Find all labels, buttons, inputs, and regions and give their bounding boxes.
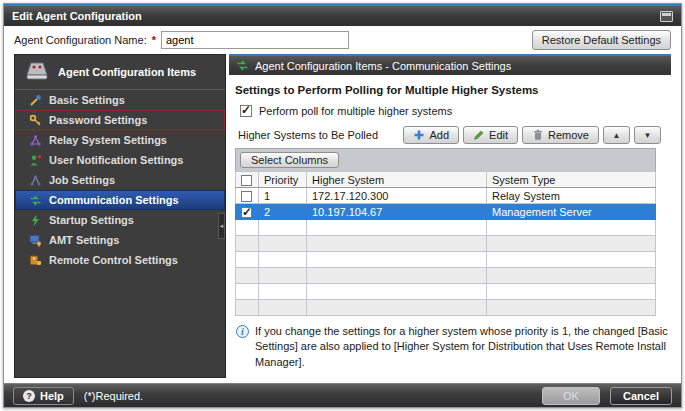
empty-table-row bbox=[236, 220, 656, 236]
system-type-cell: Management Server bbox=[487, 204, 656, 220]
settings-panel: Agent Configuration Items - Communicatio… bbox=[229, 54, 671, 378]
sidebar-item-label: Remote Control Settings bbox=[49, 254, 178, 266]
edit-agent-configuration-dialog: Edit Agent Configuration Agent Configura… bbox=[3, 3, 682, 408]
sidebar-item-communication-settings[interactable]: Communication Settings bbox=[15, 190, 225, 210]
sidebar: Agent Configuration Items Basic Settings… bbox=[14, 54, 226, 378]
edit-button[interactable]: Edit bbox=[463, 126, 518, 144]
add-button[interactable]: Add bbox=[403, 126, 459, 144]
remote-control-settings-icon bbox=[29, 254, 42, 267]
startup-settings-icon bbox=[29, 214, 42, 227]
sidebar-item-job-settings[interactable]: Job Settings bbox=[15, 170, 225, 190]
add-button-label: Add bbox=[429, 129, 449, 141]
sidebar-item-label: Relay System Settings bbox=[49, 134, 167, 146]
sidebar-header-label: Agent Configuration Items bbox=[58, 66, 196, 78]
restore-window-icon[interactable] bbox=[660, 11, 673, 22]
sidebar-item-label: Communication Settings bbox=[49, 194, 179, 206]
pencil-icon bbox=[473, 129, 485, 141]
select-all-checkbox[interactable] bbox=[241, 175, 252, 186]
user-notification-settings-icon bbox=[29, 154, 42, 167]
table-header-row: Priority Higher System System Type bbox=[236, 172, 656, 188]
sidebar-item-basic-settings[interactable]: Basic Settings bbox=[15, 90, 225, 110]
polling-type-label: Type of Polling for Multiple Higher Syst… bbox=[236, 377, 665, 378]
higher-system-cell: 172.17.120.300 bbox=[307, 188, 487, 204]
edit-button-label: Edit bbox=[489, 129, 508, 141]
empty-table-row bbox=[236, 284, 656, 300]
empty-table-row bbox=[236, 236, 656, 252]
panel-header-title: Agent Configuration Items - Communicatio… bbox=[255, 60, 511, 72]
required-asterisk: * bbox=[152, 34, 156, 46]
job-settings-icon bbox=[29, 174, 42, 187]
agent-icon bbox=[25, 62, 49, 81]
empty-table-row bbox=[236, 252, 656, 268]
info-note-text: If you change the settings for a higher … bbox=[255, 324, 670, 370]
sidebar-item-label: AMT Settings bbox=[49, 234, 119, 246]
table-row[interactable]: 1 172.17.120.300 Relay System bbox=[236, 188, 656, 204]
sidebar-item-relay-system-settings[interactable]: Relay System Settings bbox=[15, 130, 225, 150]
sidebar-item-startup-settings[interactable]: Startup Settings bbox=[15, 210, 225, 230]
priority-cell: 2 bbox=[259, 204, 307, 220]
amt-settings-icon bbox=[29, 234, 42, 247]
column-header-higher-system[interactable]: Higher System bbox=[307, 172, 487, 188]
sidebar-item-label: Basic Settings bbox=[49, 94, 125, 106]
higher-system-cell: 10.197.104.67 bbox=[307, 204, 487, 220]
column-header-priority[interactable]: Priority bbox=[259, 172, 307, 188]
sidebar-item-password-settings[interactable]: Password Settings bbox=[15, 110, 225, 130]
section-title: Settings to Perform Polling for Multiple… bbox=[235, 84, 665, 96]
trash-icon bbox=[532, 129, 544, 141]
sidebar-item-label: Password Settings bbox=[49, 114, 147, 126]
sidebar-item-label: Job Settings bbox=[49, 174, 115, 186]
empty-table-row bbox=[236, 300, 656, 316]
relay-system-settings-icon bbox=[29, 134, 42, 147]
info-icon: i bbox=[236, 325, 249, 338]
sidebar-item-user-notification-settings[interactable]: User Notification Settings bbox=[15, 150, 225, 170]
empty-table-row bbox=[236, 268, 656, 284]
column-header-system-type[interactable]: System Type bbox=[487, 172, 656, 188]
table-row-selected[interactable]: 2 10.197.104.67 Management Server bbox=[236, 204, 656, 220]
sidebar-item-remote-control-settings[interactable]: Remote Control Settings bbox=[15, 250, 225, 270]
password-settings-icon bbox=[29, 114, 42, 127]
agent-name-label: Agent Configuration Name: bbox=[14, 34, 147, 46]
sidebar-item-amt-settings[interactable]: AMT Settings bbox=[15, 230, 225, 250]
higher-systems-table: Priority Higher System System Type 1 172… bbox=[235, 171, 656, 316]
agent-name-input[interactable] bbox=[161, 31, 349, 49]
row-checkbox[interactable] bbox=[241, 191, 252, 202]
main-area: Agent Configuration Items Basic Settings… bbox=[4, 54, 681, 383]
ok-button[interactable]: OK bbox=[542, 387, 600, 405]
restore-default-settings-button[interactable]: Restore Default Settings bbox=[532, 30, 671, 50]
priority-cell: 1 bbox=[259, 188, 307, 204]
perform-poll-checkbox-row: Perform poll for multiple higher systems bbox=[240, 105, 665, 117]
higher-systems-label: Higher Systems to Be Polled bbox=[238, 129, 378, 141]
row-checkbox[interactable] bbox=[241, 207, 252, 218]
footer-bar: ? Help (*)Required. OK Cancel bbox=[4, 383, 681, 407]
table-toolbar-strip: Select Columns bbox=[235, 148, 656, 171]
window-title: Edit Agent Configuration bbox=[12, 10, 142, 22]
plus-icon bbox=[413, 129, 425, 141]
perform-poll-checkbox[interactable] bbox=[240, 105, 252, 117]
remove-button-label: Remove bbox=[548, 129, 589, 141]
help-button[interactable]: ? Help bbox=[13, 387, 74, 405]
higher-systems-toolbar-row: Higher Systems to Be Polled Add bbox=[238, 126, 665, 144]
titlebar: Edit Agent Configuration bbox=[4, 4, 681, 26]
remove-button[interactable]: Remove bbox=[522, 126, 599, 144]
system-type-cell: Relay System bbox=[487, 188, 656, 204]
panel-header: Agent Configuration Items - Communicatio… bbox=[229, 54, 671, 75]
sidebar-header: Agent Configuration Items bbox=[15, 55, 225, 90]
required-note: (*)Required. bbox=[84, 390, 143, 402]
perform-poll-label: Perform poll for multiple higher systems bbox=[259, 105, 452, 117]
sidebar-collapse-handle[interactable]: ◂ bbox=[218, 213, 225, 239]
basic-settings-icon bbox=[29, 94, 42, 107]
sidebar-item-label: User Notification Settings bbox=[49, 154, 183, 166]
question-mark-icon: ? bbox=[23, 390, 35, 402]
communication-settings-icon bbox=[29, 194, 42, 207]
move-down-button[interactable]: ▼ bbox=[634, 126, 661, 144]
agent-name-row: Agent Configuration Name: * Restore Defa… bbox=[4, 26, 681, 54]
info-note: i If you change the settings for a highe… bbox=[236, 324, 670, 370]
panel-body: Settings to Perform Polling for Multiple… bbox=[229, 75, 671, 378]
sidebar-item-label: Startup Settings bbox=[49, 214, 134, 226]
select-columns-button[interactable]: Select Columns bbox=[240, 152, 339, 168]
help-button-label: Help bbox=[40, 390, 64, 402]
communication-settings-icon bbox=[236, 59, 249, 72]
move-up-button[interactable]: ▲ bbox=[603, 126, 630, 144]
cancel-button[interactable]: Cancel bbox=[610, 387, 672, 405]
